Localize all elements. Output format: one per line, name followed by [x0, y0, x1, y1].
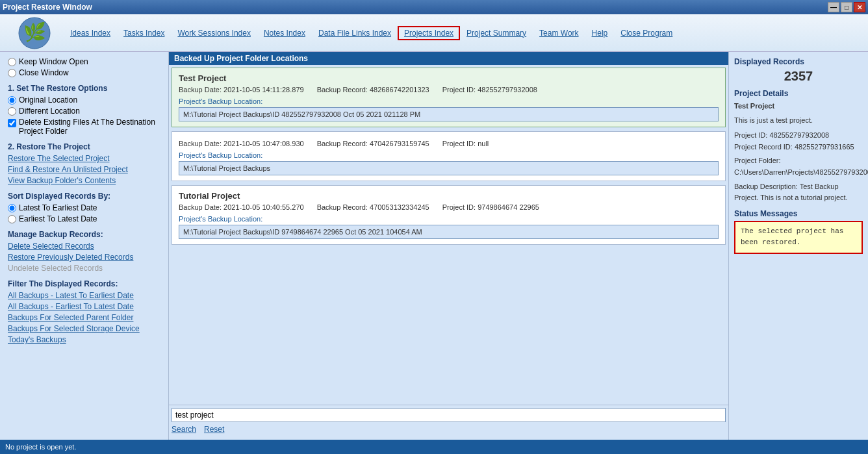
sort-title: Sort Displayed Records By: [8, 192, 160, 201]
nav-project-summary[interactable]: Project Summary [460, 27, 533, 39]
filter-title: Filter The Displayed Records: [8, 279, 160, 288]
backup-date-3: Backup Date: 2021-10-05 10:40:55.270 [179, 203, 304, 211]
minimize-button[interactable]: — [828, 2, 839, 12]
nav-work-sessions-index[interactable]: Work Sessions Index [171, 27, 257, 39]
record-meta-2: Backup Date: 2021-10-05 10:47:08.930 Bac… [179, 140, 719, 147]
restore-previous-link[interactable]: Restore Previously Deleted Records [8, 253, 160, 262]
nav-projects-index[interactable]: Projects Index [398, 26, 460, 40]
nav-help[interactable]: Help [585, 27, 615, 39]
backup-record-2: Backup Record: 470426793159745 [317, 140, 429, 147]
different-location-radio[interactable]: Different Location [8, 107, 160, 116]
detail-project-folder: Project Folder: C:\Users\Darren\Projects… [734, 155, 863, 178]
detail-backup-desc: Backup Description: Test Backup Project.… [734, 181, 863, 204]
filter-today-link[interactable]: Today's Backups [8, 335, 160, 344]
restore-options-title: 1. Set The Restore Options [8, 84, 160, 93]
status-section: Status Messages The selected project has… [734, 209, 863, 254]
project-id-3: Project ID: 9749864674 22965 [442, 203, 539, 211]
logo-area: 🌿 [5, 17, 64, 49]
nav-close-program[interactable]: Close Program [614, 27, 679, 39]
backup-location-box-1: M:\Tutorial Project Backups\ID 482552797… [179, 107, 719, 121]
filter-earliest-link[interactable]: All Backups - Earliest To Latest Date [8, 302, 160, 311]
displayed-records-section: Displayed Records 2357 [734, 57, 863, 84]
search-links-row: Search Reset [172, 423, 726, 437]
backup-location-box-2: M:\Tutorial Project Backups [179, 161, 719, 175]
record-name-3: Tutorial Project [179, 191, 719, 201]
status-bar: No project is open yet. [0, 440, 868, 454]
title-bar-controls: — □ ✕ [828, 2, 865, 12]
detail-project-record-id: Project Record ID: 482552797931665 [734, 142, 863, 153]
project-details-content: Test Project This is just a test project… [734, 101, 863, 204]
original-location-radio[interactable]: Original Location [8, 95, 160, 105]
backup-location-box-3: M:\Tutorial Project Backups\ID 974986467… [179, 225, 719, 239]
title-bar: Project Restore Window — □ ✕ [0, 0, 868, 14]
main-content: Keep Window Open Close Window 1. Set The… [0, 52, 868, 440]
earliest-to-latest-radio[interactable]: Earliest To Latest Date [8, 214, 160, 223]
record-meta-3: Backup Date: 2021-10-05 10:40:55.270 Bac… [179, 203, 719, 211]
nav-links: Ideas Index Tasks Index Work Sessions In… [64, 26, 863, 40]
restore-project-title: 2. Restore The Project [8, 142, 160, 151]
reset-button[interactable]: Reset [204, 425, 224, 434]
nav-team-work[interactable]: Team Work [533, 27, 585, 39]
project-id-2: Project ID: null [442, 140, 489, 147]
close-window-radio[interactable]: Close Window [8, 68, 160, 77]
project-details-title: Project Details [734, 89, 863, 98]
record-meta-1: Backup Date: 2021-10-05 14:11:28.879 Bac… [179, 86, 719, 94]
backup-date-2: Backup Date: 2021-10-05 10:47:08.930 [179, 140, 304, 147]
status-title: Status Messages [734, 209, 863, 218]
record-name-1: Test Project [179, 73, 719, 83]
title-bar-text: Project Restore Window [3, 3, 92, 12]
record-card-1[interactable]: Test Project Backup Date: 2021-10-05 14:… [172, 68, 726, 127]
close-button[interactable]: ✕ [854, 2, 865, 12]
search-input[interactable] [172, 408, 726, 422]
keep-window-open-radio[interactable]: Keep Window Open [8, 57, 160, 66]
project-id-1: Project ID: 482552797932008 [442, 86, 537, 94]
status-message: The selected project has been restored. [741, 227, 843, 247]
filter-parent-link[interactable]: Backups For Selected Parent Folder [8, 313, 160, 322]
status-message-box: The selected project has been restored. [734, 221, 863, 254]
maximize-button[interactable]: □ [841, 2, 852, 12]
center-header: Backed Up Project Folder Locations [169, 52, 728, 65]
search-button[interactable]: Search [172, 425, 196, 434]
header: 🌿 Ideas Index Tasks Index Work Sessions … [0, 14, 868, 52]
backup-record-3: Backup Record: 470053132334245 [317, 203, 429, 211]
restore-selected-link[interactable]: Restore The Selected Project [8, 154, 160, 163]
backup-location-label-3: Project's Backup Location: [179, 215, 719, 223]
record-card-2[interactable]: Backup Date: 2021-10-05 10:47:08.930 Bac… [172, 131, 726, 181]
svg-text:🌿: 🌿 [23, 21, 46, 43]
backup-location-label-2: Project's Backup Location: [179, 151, 719, 159]
backup-record-1: Backup Record: 482686742201323 [317, 86, 429, 94]
project-details-section: Project Details Test Project This is jus… [734, 89, 863, 204]
window-options: Keep Window Open Close Window [8, 57, 160, 77]
view-backup-link[interactable]: View Backup Folder's Contents [8, 176, 160, 185]
backup-date-1: Backup Date: 2021-10-05 14:11:28.879 [179, 86, 304, 94]
detail-project-name: Test Project [734, 101, 863, 112]
nav-notes-index[interactable]: Notes Index [257, 27, 312, 39]
filter-latest-link[interactable]: All Backups - Latest To Earliest Date [8, 291, 160, 300]
manage-title: Manage Backup Records: [8, 230, 160, 239]
backup-location-label-1: Project's Backup Location: [179, 97, 719, 105]
right-panel: Displayed Records 2357 Project Details T… [728, 52, 868, 440]
undelete-selected-link: Undelete Selected Records [8, 264, 160, 273]
detail-project-desc: This is just a test project. [734, 115, 863, 127]
detail-project-id: Project ID: 482552797932008 [734, 130, 863, 142]
search-bar: Search Reset [169, 405, 728, 440]
delete-selected-link[interactable]: Delete Selected Records [8, 242, 160, 251]
filter-storage-link[interactable]: Backups For Selected Storage Device [8, 324, 160, 333]
records-list[interactable]: Test Project Backup Date: 2021-10-05 14:… [169, 65, 728, 405]
displayed-records-title: Displayed Records [734, 57, 863, 66]
latest-to-earliest-radio[interactable]: Latest To Earliest Date [8, 203, 160, 212]
displayed-records-count: 2357 [734, 69, 863, 84]
delete-existing-checkbox[interactable]: Delete Existing Files At The Destination… [8, 118, 160, 136]
sidebar: Keep Window Open Close Window 1. Set The… [0, 52, 169, 440]
find-restore-link[interactable]: Find & Restore An Unlisted Project [8, 165, 160, 174]
app-logo: 🌿 [18, 17, 51, 49]
nav-ideas-index[interactable]: Ideas Index [64, 27, 117, 39]
center-panel: Backed Up Project Folder Locations Test … [169, 52, 728, 440]
nav-data-file-links-index[interactable]: Data File Links Index [312, 27, 398, 39]
nav-tasks-index[interactable]: Tasks Index [117, 27, 171, 39]
record-card-3[interactable]: Tutorial Project Backup Date: 2021-10-05… [172, 185, 726, 245]
status-bar-text: No project is open yet. [5, 443, 76, 451]
search-input-row [172, 408, 726, 422]
